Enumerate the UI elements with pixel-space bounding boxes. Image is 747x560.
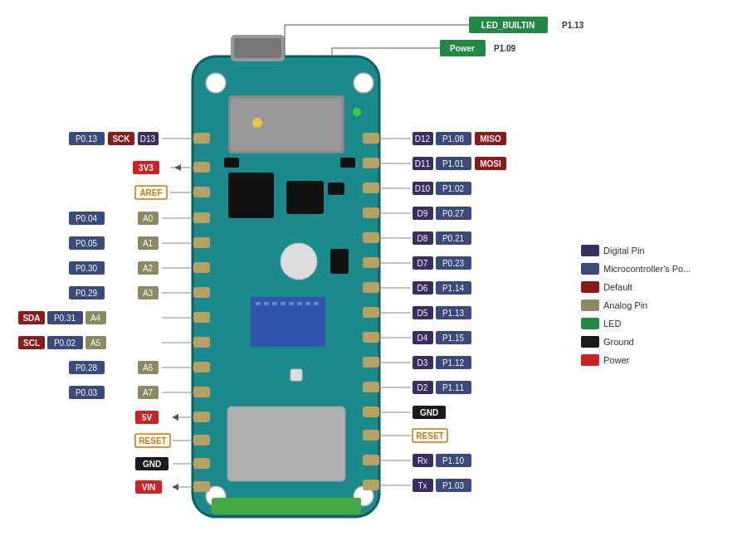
svg-text:P1.13: P1.13	[442, 309, 465, 318]
svg-rect-218	[581, 245, 599, 256]
svg-rect-45	[256, 302, 261, 305]
svg-text:Analog Pin: Analog Pin	[603, 300, 647, 310]
svg-rect-56	[224, 158, 239, 168]
main-container: { "title": "Arduino Nano 33 BLE Sense Pi…	[0, 0, 747, 560]
svg-point-43	[281, 243, 317, 280]
svg-text:A7: A7	[143, 388, 154, 397]
svg-rect-226	[581, 318, 599, 329]
board-diagram: LED_BUILTIN P1.13 Power P1.09 SCK P0.13 …	[0, 0, 747, 560]
svg-rect-10	[193, 212, 210, 223]
svg-text:P0.04: P0.04	[76, 214, 98, 223]
svg-text:A4: A4	[90, 314, 101, 323]
svg-text:P0.03: P0.03	[76, 388, 98, 397]
svg-rect-15	[193, 337, 210, 348]
svg-rect-18	[193, 411, 210, 422]
svg-rect-57	[340, 158, 355, 168]
svg-text:LED: LED	[603, 319, 621, 329]
svg-text:D3: D3	[417, 358, 428, 368]
svg-text:D4: D4	[417, 334, 428, 343]
svg-text:P0.05: P0.05	[76, 239, 98, 248]
svg-rect-31	[363, 357, 379, 368]
svg-rect-220	[581, 263, 599, 275]
svg-text:LED_BUILTIN: LED_BUILTIN	[481, 21, 535, 30]
svg-text:P0.28: P0.28	[76, 363, 98, 373]
svg-text:P1.13: P1.13	[562, 21, 584, 30]
svg-text:P1.08: P1.08	[442, 134, 465, 144]
svg-rect-59	[330, 249, 349, 274]
svg-rect-16	[193, 362, 210, 373]
svg-rect-23	[363, 158, 379, 168]
svg-text:SDA: SDA	[22, 314, 40, 323]
svg-rect-46	[264, 302, 269, 305]
svg-text:GND: GND	[420, 408, 438, 417]
svg-text:5V: 5V	[142, 413, 153, 422]
svg-text:3V3: 3V3	[139, 163, 154, 173]
svg-rect-55	[212, 498, 361, 514]
svg-rect-47	[272, 302, 277, 305]
svg-text:D12: D12	[415, 134, 431, 144]
svg-text:A6: A6	[143, 363, 154, 373]
svg-text:D5: D5	[417, 309, 428, 318]
svg-text:D2: D2	[417, 383, 428, 392]
svg-rect-29	[363, 307, 379, 318]
svg-text:SCK: SCK	[112, 134, 130, 144]
svg-rect-24	[363, 183, 379, 193]
svg-rect-19	[193, 435, 210, 446]
svg-rect-2	[234, 38, 281, 58]
svg-marker-140	[172, 484, 178, 490]
svg-text:A2: A2	[143, 264, 154, 273]
svg-text:Power: Power	[603, 355, 630, 365]
svg-rect-58	[328, 183, 344, 195]
svg-text:Rx: Rx	[417, 456, 427, 465]
svg-text:Ground: Ground	[603, 337, 634, 347]
svg-text:D8: D8	[417, 234, 428, 243]
svg-text:P1.02: P1.02	[442, 184, 465, 193]
svg-rect-228	[581, 336, 599, 348]
svg-rect-51	[305, 302, 310, 305]
svg-text:P1.03: P1.03	[442, 481, 465, 490]
svg-rect-25	[363, 207, 379, 218]
svg-rect-20	[193, 458, 210, 469]
svg-rect-41	[228, 173, 274, 218]
svg-text:P0.21: P0.21	[442, 234, 465, 243]
svg-text:Microcontroller's Po...: Microcontroller's Po...	[603, 264, 691, 274]
svg-point-39	[252, 118, 262, 128]
svg-rect-21	[193, 481, 210, 492]
svg-text:P0.13: P0.13	[76, 134, 98, 144]
svg-text:P0.31: P0.31	[54, 314, 76, 323]
svg-rect-14	[193, 312, 210, 323]
svg-text:MISO: MISO	[480, 134, 501, 144]
svg-text:P1.15: P1.15	[442, 334, 465, 343]
svg-text:P0.23: P0.23	[442, 259, 465, 268]
svg-text:D9: D9	[417, 209, 428, 218]
svg-rect-22	[363, 133, 379, 144]
svg-text:AREF: AREF	[139, 188, 162, 197]
svg-text:RESET: RESET	[416, 431, 443, 441]
svg-text:P1.11: P1.11	[442, 383, 465, 392]
svg-text:P0.27: P0.27	[442, 209, 465, 218]
svg-rect-28	[363, 282, 379, 293]
svg-text:D10: D10	[415, 184, 431, 193]
svg-rect-52	[314, 302, 319, 305]
svg-rect-8	[193, 162, 210, 173]
svg-rect-53	[290, 369, 302, 381]
svg-text:A0: A0	[143, 214, 154, 223]
svg-text:D13: D13	[140, 134, 156, 144]
svg-rect-49	[289, 302, 294, 305]
svg-rect-9	[193, 187, 210, 197]
svg-text:D7: D7	[417, 259, 428, 268]
svg-text:P0.30: P0.30	[76, 264, 98, 273]
svg-text:A5: A5	[90, 338, 101, 348]
svg-rect-38	[231, 98, 342, 151]
svg-text:P1.12: P1.12	[442, 358, 465, 368]
svg-text:P0.29: P0.29	[76, 289, 98, 298]
svg-text:P1.10: P1.10	[442, 456, 465, 465]
svg-text:A1: A1	[143, 239, 154, 248]
svg-marker-79	[174, 164, 181, 171]
svg-rect-30	[363, 332, 379, 343]
svg-rect-222	[581, 281, 599, 293]
svg-rect-27	[363, 257, 379, 268]
svg-text:GND: GND	[143, 460, 161, 469]
svg-text:VIN: VIN	[142, 483, 156, 492]
svg-point-3	[206, 73, 226, 93]
